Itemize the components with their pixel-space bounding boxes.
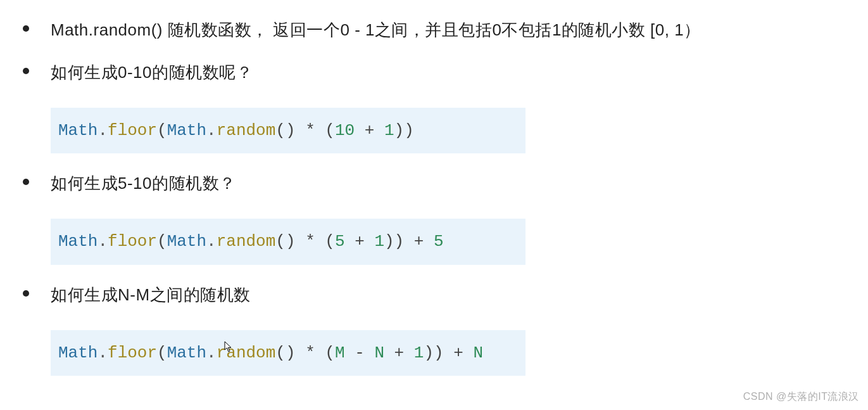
code-token: M — [335, 343, 345, 362]
bullet-text: 如何生成5-10的随机数？ — [51, 171, 868, 196]
code-token: Math — [58, 343, 97, 362]
watermark-text: CSDN @失落的IT流浪汉 — [743, 390, 859, 404]
bullet-text: 如何生成0-10的随机数呢？ — [51, 60, 868, 85]
code-token: N — [374, 343, 384, 362]
list-item: 如何生成N-M之间的随机数Math.floor(Math.random() * … — [0, 283, 868, 376]
code-block: Math.floor(Math.random() * (M - N + 1)) … — [51, 330, 525, 376]
list-item: 如何生成5-10的随机数？Math.floor(Math.random() * … — [0, 171, 868, 264]
code-token: . — [206, 232, 217, 251]
code-token: 10 — [335, 121, 355, 140]
code-token: + — [404, 232, 434, 251]
code-token: * — [296, 343, 325, 362]
code-token: + — [345, 232, 375, 251]
code-token: random — [217, 343, 276, 362]
code-token: + — [384, 343, 414, 362]
code-token: () — [275, 232, 295, 251]
code-token: random — [217, 232, 276, 251]
code-token: ( — [157, 343, 167, 362]
code-token: * — [296, 232, 325, 251]
bullet-text: Math.random() 随机数函数， 返回一个0 - 1之间，并且包括0不包… — [51, 18, 868, 42]
code-token: ( — [325, 343, 335, 362]
code-token: N — [473, 343, 483, 362]
code-token: 1 — [384, 121, 394, 140]
code-token: )) — [424, 343, 443, 362]
code-token: Math — [58, 121, 97, 140]
code-token: ( — [325, 121, 335, 140]
code-token: Math — [167, 121, 206, 140]
code-token: + — [355, 121, 384, 140]
code-token: + — [444, 343, 474, 362]
code-token: )) — [384, 232, 404, 251]
code-token: . — [97, 232, 108, 251]
code-token: () — [275, 121, 295, 140]
list-item: 如何生成0-10的随机数呢？Math.floor(Math.random() *… — [0, 60, 868, 153]
code-token: 1 — [414, 343, 424, 362]
bullet-list: Math.random() 随机数函数， 返回一个0 - 1之间，并且包括0不包… — [0, 18, 868, 376]
code-token: )) — [394, 121, 414, 140]
code-token: 1 — [374, 232, 384, 251]
code-token: random — [217, 121, 276, 140]
code-token: floor — [108, 232, 157, 251]
code-token: floor — [108, 343, 157, 362]
code-token: () — [275, 343, 295, 362]
code-token: . — [97, 121, 108, 140]
code-token: * — [296, 121, 325, 140]
code-token: Math — [167, 343, 206, 362]
list-item: Math.random() 随机数函数， 返回一个0 - 1之间，并且包括0不包… — [0, 18, 868, 42]
code-token: - — [345, 343, 375, 362]
code-token: . — [97, 343, 108, 362]
code-block: Math.floor(Math.random() * (10 + 1)) — [51, 108, 525, 153]
code-token: 5 — [335, 232, 345, 251]
code-token: Math — [167, 232, 206, 251]
code-token: ( — [157, 232, 167, 251]
code-token: ( — [325, 232, 335, 251]
code-token: . — [206, 121, 217, 140]
code-token: . — [206, 343, 217, 362]
code-token: ( — [157, 121, 167, 140]
bullet-text: 如何生成N-M之间的随机数 — [51, 283, 868, 307]
code-token: 5 — [434, 232, 444, 251]
code-token: floor — [108, 121, 157, 140]
code-token: Math — [58, 232, 97, 251]
code-block: Math.floor(Math.random() * (5 + 1)) + 5 — [51, 219, 525, 264]
